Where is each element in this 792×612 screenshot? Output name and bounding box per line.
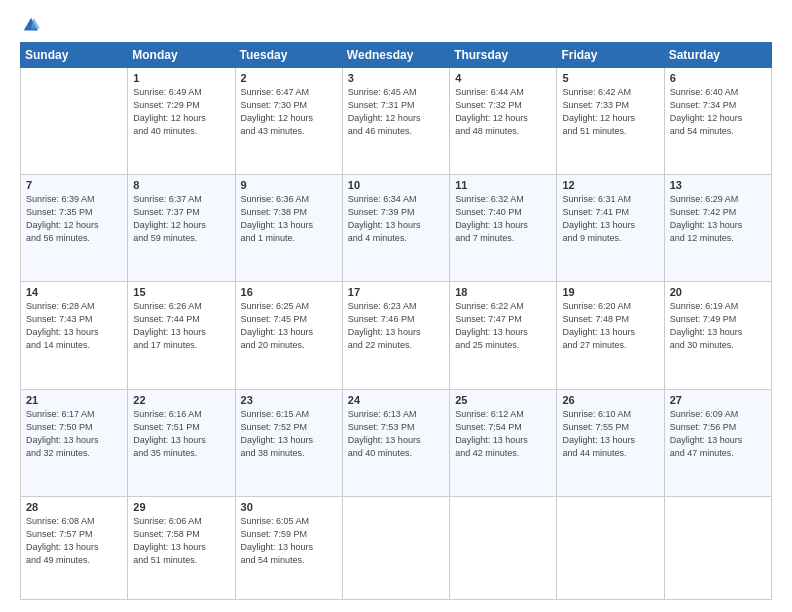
calendar-cell [21, 68, 128, 175]
day-info: Sunrise: 6:29 AM Sunset: 7:42 PM Dayligh… [670, 193, 766, 245]
day-info: Sunrise: 6:06 AM Sunset: 7:58 PM Dayligh… [133, 515, 229, 567]
header-thursday: Thursday [450, 43, 557, 68]
day-number: 11 [455, 179, 551, 191]
day-number: 3 [348, 72, 444, 84]
calendar-cell: 19Sunrise: 6:20 AM Sunset: 7:48 PM Dayli… [557, 282, 664, 389]
header-wednesday: Wednesday [342, 43, 449, 68]
calendar-cell: 22Sunrise: 6:16 AM Sunset: 7:51 PM Dayli… [128, 389, 235, 496]
calendar-cell: 28Sunrise: 6:08 AM Sunset: 7:57 PM Dayli… [21, 496, 128, 599]
header-saturday: Saturday [664, 43, 771, 68]
day-info: Sunrise: 6:42 AM Sunset: 7:33 PM Dayligh… [562, 86, 658, 138]
day-info: Sunrise: 6:40 AM Sunset: 7:34 PM Dayligh… [670, 86, 766, 138]
calendar-table: Sunday Monday Tuesday Wednesday Thursday… [20, 42, 772, 600]
day-info: Sunrise: 6:22 AM Sunset: 7:47 PM Dayligh… [455, 300, 551, 352]
day-info: Sunrise: 6:05 AM Sunset: 7:59 PM Dayligh… [241, 515, 337, 567]
day-number: 22 [133, 394, 229, 406]
calendar-cell: 26Sunrise: 6:10 AM Sunset: 7:55 PM Dayli… [557, 389, 664, 496]
calendar-cell: 27Sunrise: 6:09 AM Sunset: 7:56 PM Dayli… [664, 389, 771, 496]
day-number: 25 [455, 394, 551, 406]
day-info: Sunrise: 6:20 AM Sunset: 7:48 PM Dayligh… [562, 300, 658, 352]
calendar-cell: 7Sunrise: 6:39 AM Sunset: 7:35 PM Daylig… [21, 175, 128, 282]
day-number: 15 [133, 286, 229, 298]
header-friday: Friday [557, 43, 664, 68]
day-number: 23 [241, 394, 337, 406]
day-number: 13 [670, 179, 766, 191]
day-number: 30 [241, 501, 337, 513]
header-sunday: Sunday [21, 43, 128, 68]
day-info: Sunrise: 6:10 AM Sunset: 7:55 PM Dayligh… [562, 408, 658, 460]
day-info: Sunrise: 6:37 AM Sunset: 7:37 PM Dayligh… [133, 193, 229, 245]
day-info: Sunrise: 6:32 AM Sunset: 7:40 PM Dayligh… [455, 193, 551, 245]
calendar-cell: 23Sunrise: 6:15 AM Sunset: 7:52 PM Dayli… [235, 389, 342, 496]
day-number: 19 [562, 286, 658, 298]
day-info: Sunrise: 6:16 AM Sunset: 7:51 PM Dayligh… [133, 408, 229, 460]
calendar-cell [450, 496, 557, 599]
day-info: Sunrise: 6:36 AM Sunset: 7:38 PM Dayligh… [241, 193, 337, 245]
calendar-cell: 6Sunrise: 6:40 AM Sunset: 7:34 PM Daylig… [664, 68, 771, 175]
day-number: 14 [26, 286, 122, 298]
calendar-cell: 3Sunrise: 6:45 AM Sunset: 7:31 PM Daylig… [342, 68, 449, 175]
day-info: Sunrise: 6:23 AM Sunset: 7:46 PM Dayligh… [348, 300, 444, 352]
logo [20, 16, 40, 34]
day-number: 16 [241, 286, 337, 298]
day-number: 4 [455, 72, 551, 84]
calendar-cell [664, 496, 771, 599]
calendar-cell: 25Sunrise: 6:12 AM Sunset: 7:54 PM Dayli… [450, 389, 557, 496]
day-number: 8 [133, 179, 229, 191]
calendar-cell: 24Sunrise: 6:13 AM Sunset: 7:53 PM Dayli… [342, 389, 449, 496]
day-info: Sunrise: 6:08 AM Sunset: 7:57 PM Dayligh… [26, 515, 122, 567]
day-info: Sunrise: 6:12 AM Sunset: 7:54 PM Dayligh… [455, 408, 551, 460]
day-number: 17 [348, 286, 444, 298]
day-number: 28 [26, 501, 122, 513]
day-number: 6 [670, 72, 766, 84]
calendar-cell: 4Sunrise: 6:44 AM Sunset: 7:32 PM Daylig… [450, 68, 557, 175]
day-number: 12 [562, 179, 658, 191]
day-info: Sunrise: 6:13 AM Sunset: 7:53 PM Dayligh… [348, 408, 444, 460]
day-info: Sunrise: 6:17 AM Sunset: 7:50 PM Dayligh… [26, 408, 122, 460]
calendar-cell: 29Sunrise: 6:06 AM Sunset: 7:58 PM Dayli… [128, 496, 235, 599]
day-number: 29 [133, 501, 229, 513]
calendar-cell: 9Sunrise: 6:36 AM Sunset: 7:38 PM Daylig… [235, 175, 342, 282]
calendar-cell: 5Sunrise: 6:42 AM Sunset: 7:33 PM Daylig… [557, 68, 664, 175]
calendar-header-row: Sunday Monday Tuesday Wednesday Thursday… [21, 43, 772, 68]
calendar-cell: 15Sunrise: 6:26 AM Sunset: 7:44 PM Dayli… [128, 282, 235, 389]
day-number: 10 [348, 179, 444, 191]
day-info: Sunrise: 6:47 AM Sunset: 7:30 PM Dayligh… [241, 86, 337, 138]
day-number: 5 [562, 72, 658, 84]
calendar-cell: 14Sunrise: 6:28 AM Sunset: 7:43 PM Dayli… [21, 282, 128, 389]
day-number: 27 [670, 394, 766, 406]
day-info: Sunrise: 6:44 AM Sunset: 7:32 PM Dayligh… [455, 86, 551, 138]
day-number: 21 [26, 394, 122, 406]
calendar-cell: 18Sunrise: 6:22 AM Sunset: 7:47 PM Dayli… [450, 282, 557, 389]
calendar-cell: 8Sunrise: 6:37 AM Sunset: 7:37 PM Daylig… [128, 175, 235, 282]
day-info: Sunrise: 6:28 AM Sunset: 7:43 PM Dayligh… [26, 300, 122, 352]
day-number: 7 [26, 179, 122, 191]
day-info: Sunrise: 6:19 AM Sunset: 7:49 PM Dayligh… [670, 300, 766, 352]
day-number: 20 [670, 286, 766, 298]
calendar-cell: 30Sunrise: 6:05 AM Sunset: 7:59 PM Dayli… [235, 496, 342, 599]
calendar-cell: 13Sunrise: 6:29 AM Sunset: 7:42 PM Dayli… [664, 175, 771, 282]
day-number: 26 [562, 394, 658, 406]
day-number: 2 [241, 72, 337, 84]
calendar-cell: 1Sunrise: 6:49 AM Sunset: 7:29 PM Daylig… [128, 68, 235, 175]
calendar-cell: 20Sunrise: 6:19 AM Sunset: 7:49 PM Dayli… [664, 282, 771, 389]
calendar-cell [342, 496, 449, 599]
logo-icon [22, 16, 40, 34]
calendar-cell: 17Sunrise: 6:23 AM Sunset: 7:46 PM Dayli… [342, 282, 449, 389]
calendar-cell [557, 496, 664, 599]
calendar-cell: 2Sunrise: 6:47 AM Sunset: 7:30 PM Daylig… [235, 68, 342, 175]
day-info: Sunrise: 6:49 AM Sunset: 7:29 PM Dayligh… [133, 86, 229, 138]
day-info: Sunrise: 6:25 AM Sunset: 7:45 PM Dayligh… [241, 300, 337, 352]
calendar-cell: 10Sunrise: 6:34 AM Sunset: 7:39 PM Dayli… [342, 175, 449, 282]
day-number: 24 [348, 394, 444, 406]
day-number: 1 [133, 72, 229, 84]
day-info: Sunrise: 6:39 AM Sunset: 7:35 PM Dayligh… [26, 193, 122, 245]
day-info: Sunrise: 6:31 AM Sunset: 7:41 PM Dayligh… [562, 193, 658, 245]
page: Sunday Monday Tuesday Wednesday Thursday… [0, 0, 792, 612]
calendar-cell: 21Sunrise: 6:17 AM Sunset: 7:50 PM Dayli… [21, 389, 128, 496]
day-info: Sunrise: 6:15 AM Sunset: 7:52 PM Dayligh… [241, 408, 337, 460]
calendar-cell: 11Sunrise: 6:32 AM Sunset: 7:40 PM Dayli… [450, 175, 557, 282]
header-tuesday: Tuesday [235, 43, 342, 68]
day-info: Sunrise: 6:09 AM Sunset: 7:56 PM Dayligh… [670, 408, 766, 460]
header [20, 16, 772, 34]
